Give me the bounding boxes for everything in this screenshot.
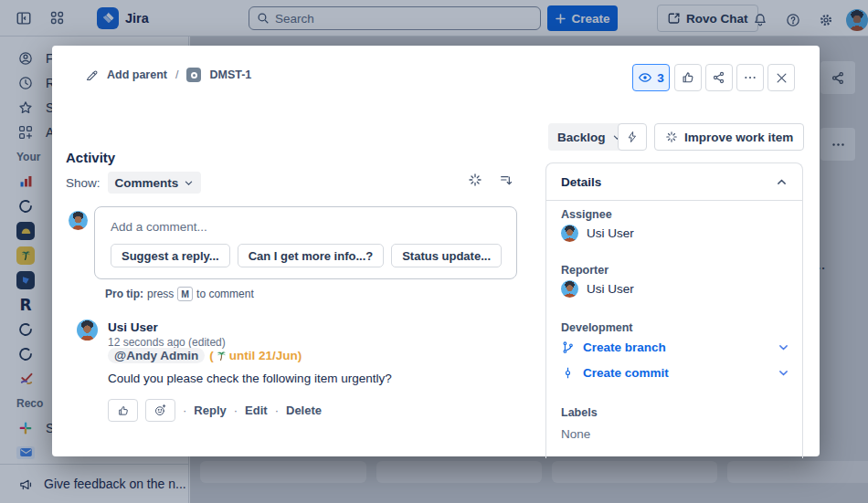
suggest-reply-button[interactable]: Suggest a reply...	[111, 244, 230, 267]
reporter-field[interactable]: Usi User	[561, 280, 634, 298]
breadcrumb-separator: /	[175, 68, 178, 81]
like-thumbs-up-icon[interactable]	[108, 399, 138, 422]
like-thumbs-up-icon[interactable]	[674, 64, 702, 91]
edit-pencil-icon[interactable]	[85, 68, 99, 82]
comment-author-avatar	[77, 320, 98, 341]
create-commit-label: Create commit	[583, 366, 769, 380]
issue-key[interactable]: DMST-1	[209, 68, 251, 81]
action-separator: ·	[234, 403, 238, 417]
watchers-button[interactable]: 3	[632, 64, 670, 91]
pro-tip-pre: press	[147, 288, 174, 300]
labels-label: Labels	[561, 406, 598, 419]
commit-icon	[561, 366, 575, 380]
comment-author-name[interactable]: Usi User	[108, 320, 158, 334]
pro-tip-bold: Pro tip:	[105, 288, 143, 300]
comment-composer[interactable]: Add a comment... Suggest a reply... Can …	[94, 206, 517, 279]
add-parent-button[interactable]: Add parent	[107, 68, 167, 81]
improve-label: Improve work item	[684, 131, 793, 144]
watchers-count: 3	[657, 71, 664, 85]
status-value: Backlog	[557, 131, 606, 144]
reporter-avatar	[561, 280, 578, 298]
activity-filter-dropdown[interactable]: Comments	[108, 172, 202, 194]
add-reaction-icon[interactable]	[145, 399, 175, 422]
assignee-field[interactable]: Usi User	[561, 225, 634, 242]
more-options-icon[interactable]	[736, 64, 764, 91]
assignee-label: Assignee	[561, 208, 612, 221]
comment-body: Could you please check the following ite…	[108, 372, 392, 385]
ai-sparkle-icon	[665, 131, 678, 143]
activity-filter-value: Comments	[115, 176, 179, 190]
action-separator: ·	[183, 403, 186, 417]
work-item-modal: Add parent / DMST-1 3	[52, 46, 820, 456]
share-icon[interactable]	[705, 64, 733, 91]
more-info-button[interactable]: Can I get more info...?	[238, 244, 385, 267]
labels-value[interactable]: None	[561, 427, 590, 441]
eye-icon	[638, 70, 652, 85]
breadcrumb: Add parent / DMST-1	[85, 68, 251, 82]
status-update-button[interactable]: Status update...	[391, 244, 502, 267]
comment-placeholder: Add a comment...	[111, 220, 207, 234]
action-separator: ·	[275, 403, 279, 417]
ai-summarize-icon[interactable]	[468, 173, 482, 187]
show-label: Show:	[66, 176, 101, 190]
mention-pill[interactable]: @Andy Admin	[108, 348, 205, 363]
details-panel: Details Assignee Usi User Reporter Usi U…	[545, 162, 803, 458]
edit-button[interactable]: Edit	[245, 403, 268, 417]
close-icon[interactable]	[767, 64, 795, 91]
delete-button[interactable]: Delete	[286, 403, 322, 417]
assignee-value: Usi User	[587, 226, 634, 240]
chevron-up-icon	[776, 176, 788, 188]
automation-bolt-icon[interactable]	[618, 123, 647, 151]
development-label: Development	[561, 321, 633, 334]
create-commit-button[interactable]: Create commit	[561, 366, 789, 380]
details-header[interactable]: Details	[546, 163, 802, 201]
reporter-value: Usi User	[587, 282, 634, 296]
chevron-down-icon	[184, 178, 194, 188]
details-title: Details	[561, 175, 601, 189]
ooo-prefix: (	[209, 349, 214, 362]
jira-app: Jira Create Rovo Chat	[0, 0, 868, 503]
current-user-avatar	[69, 211, 88, 230]
reply-button[interactable]: Reply	[194, 403, 226, 417]
out-of-office-note: ( until 21/Jun)	[209, 349, 302, 362]
create-branch-label: Create branch	[583, 341, 769, 354]
activity-title: Activity	[66, 150, 115, 165]
keyboard-key-m: M	[177, 287, 193, 301]
pro-tip-post: to comment	[196, 288, 254, 300]
comment-timestamp: 12 seconds ago (edited)	[108, 336, 226, 349]
ooo-text: until 21/Jun)	[229, 349, 302, 362]
sort-order-icon[interactable]	[499, 173, 513, 187]
pro-tip: Pro tip: press M to comment	[105, 287, 254, 301]
create-branch-button[interactable]: Create branch	[561, 341, 789, 354]
chevron-down-icon[interactable]	[778, 341, 789, 353]
chevron-down-icon[interactable]	[778, 367, 789, 379]
reporter-label: Reporter	[561, 264, 609, 277]
improve-work-item-button[interactable]: Improve work item	[654, 123, 804, 151]
work-type-icon	[186, 68, 201, 82]
palm-tree-icon	[216, 350, 228, 362]
branch-icon	[561, 341, 575, 354]
assignee-avatar	[561, 225, 578, 242]
